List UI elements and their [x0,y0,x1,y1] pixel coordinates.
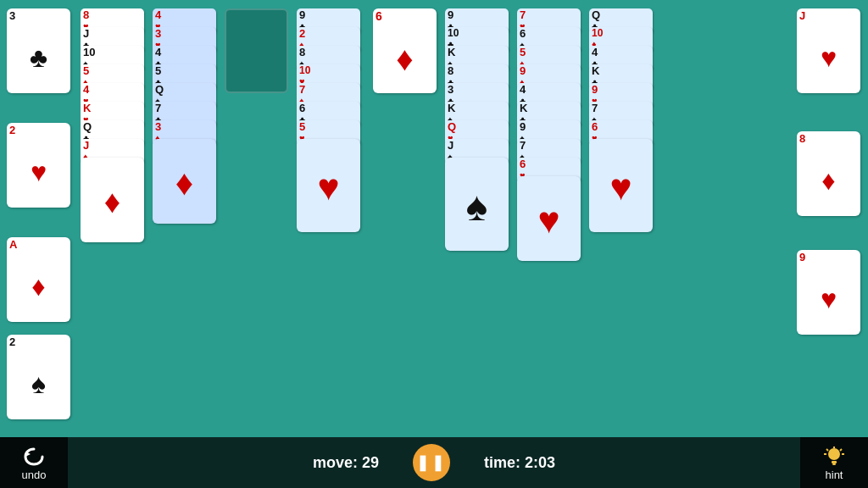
time-counter: time: 2:03 [484,454,555,472]
game-area: 3 ♣ 2 ♥ A ♦ 2 ♠ 8 ♥ J ♣ [0,0,868,488]
svg-rect-3 [832,463,836,465]
card-bottom-col4[interactable]: ♥ [297,139,360,232]
hint-label: hint [826,469,843,481]
deck-column[interactable] [225,8,288,93]
hint-bulb-icon [822,445,846,469]
card-jh-right[interactable]: J ♥ [797,8,860,93]
card-ad[interactable]: A ♦ [7,237,70,322]
card-heart-bottom-col7[interactable]: ♥ [517,176,581,261]
card-spade-bottom-col6[interactable]: ♠ [445,158,509,251]
undo-label: undo [22,469,47,481]
svg-point-1 [828,448,840,460]
card-9h-right[interactable]: 9 ♥ [797,250,860,335]
card-heart-bottom-col8[interactable]: ♥ [589,139,653,232]
card-8d-right[interactable]: 8 ♦ [797,131,860,216]
bottom-bar: undo move: 29 ❚❚ time: 2:03 hint [0,437,868,488]
card-2h[interactable]: 2 ♥ [7,123,70,208]
svg-line-5 [826,449,828,451]
svg-line-6 [840,449,842,451]
card-3c[interactable]: 3 ♣ [7,8,70,93]
hint-button[interactable]: hint [800,437,868,488]
move-counter: move: 29 [313,454,379,472]
pause-button[interactable]: ❚❚ [413,444,450,481]
card-6d-col5[interactable]: 6 ♦ [373,8,437,93]
undo-button[interactable]: undo [0,437,68,488]
undo-icon [22,445,46,469]
svg-rect-2 [832,461,837,463]
card-bottom-col2[interactable]: ♦ [153,139,216,224]
pause-icon: ❚❚ [416,453,447,472]
card-2s[interactable]: 2 ♠ [7,335,70,419]
card-bottom-col1[interactable]: ♦ [81,158,144,242]
